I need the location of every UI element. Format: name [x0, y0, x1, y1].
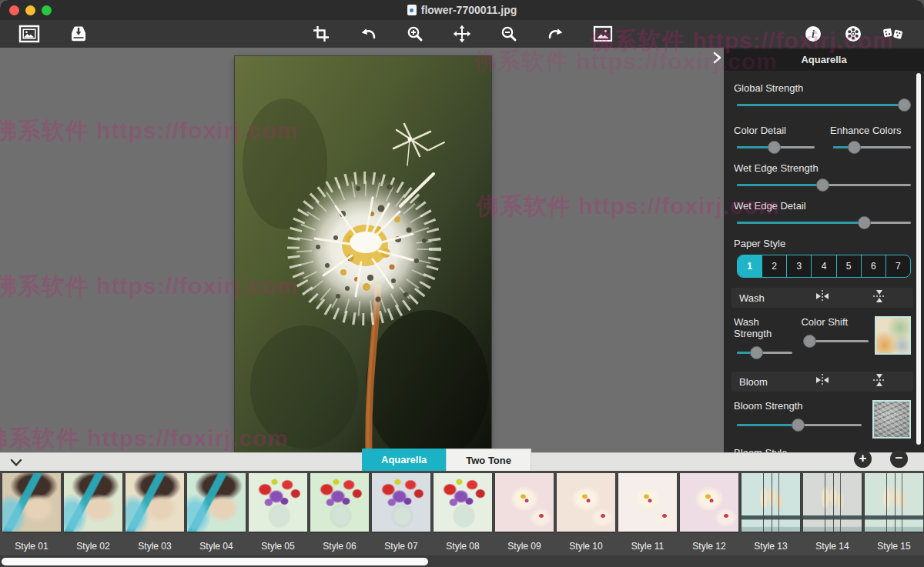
style-thumbnail-style-09[interactable]: Style 09 [495, 471, 554, 555]
slider-knob[interactable] [848, 141, 861, 154]
paper-style-option-6[interactable]: 6 [861, 255, 886, 277]
minimize-window-button[interactable] [25, 5, 35, 15]
original-preview-icon[interactable] [592, 23, 614, 45]
randomize-dice-icon[interactable] [882, 23, 904, 45]
zoom-window-button[interactable] [42, 5, 52, 15]
style-thumbnail-image[interactable] [187, 473, 246, 532]
slider-knob[interactable] [858, 216, 871, 229]
collapse-panel-button[interactable] [708, 49, 725, 66]
pan-move-icon[interactable] [451, 23, 473, 45]
style-thumbnail-style-02[interactable]: Style 02 [64, 471, 122, 555]
info-icon[interactable]: i [802, 23, 824, 45]
slider-knob[interactable] [768, 141, 781, 154]
panel-scrollbar[interactable] [916, 73, 921, 445]
bloom-section-header[interactable]: Bloom [732, 372, 913, 392]
zoom-out-icon[interactable] [498, 23, 520, 45]
undo-icon[interactable] [357, 23, 379, 45]
slider-knob[interactable] [816, 178, 829, 192]
paper-style-option-1[interactable]: 1 [738, 255, 762, 277]
paper-style-option-4[interactable]: 4 [811, 255, 835, 277]
close-window-button[interactable] [9, 5, 19, 15]
style-thumbnail-style-01[interactable]: Style 01 [2, 471, 61, 555]
style-thumbnail-image[interactable] [434, 473, 492, 532]
wash-texture-swatch[interactable] [875, 316, 911, 355]
wet-edge-detail-slider[interactable] [737, 216, 911, 229]
tab-aquarella[interactable]: Aquarella [362, 449, 446, 471]
style-thumbnail-image[interactable] [126, 473, 184, 532]
paper-style-option-5[interactable]: 5 [836, 255, 861, 277]
tab-two-tone[interactable]: Two Tone [446, 449, 531, 471]
style-thumbnail-style-15[interactable]: Style 15 [865, 471, 923, 555]
style-thumbnail-image[interactable] [495, 473, 554, 532]
paper-style-option-2[interactable]: 2 [762, 255, 786, 277]
wet-edge-strength-slider[interactable] [737, 178, 911, 192]
color-detail-slider[interactable] [737, 141, 815, 154]
style-thumbnail-style-03[interactable]: Style 03 [126, 471, 184, 555]
remove-style-button[interactable]: − [890, 450, 908, 468]
canvas-image[interactable] [235, 56, 491, 454]
slider-fill [737, 222, 864, 224]
add-style-button[interactable]: + [854, 450, 872, 468]
flip-horizontal-icon[interactable] [815, 374, 830, 389]
slider-fill [737, 424, 798, 426]
wet-edge-detail-label: Wet Edge Detail [734, 200, 911, 212]
color-shift-slider[interactable] [804, 335, 869, 348]
flip-vertical-icon[interactable] [873, 289, 886, 307]
wash-strength-slider[interactable] [737, 346, 792, 359]
wash-section-header[interactable]: Wash [732, 288, 913, 308]
zoom-in-icon[interactable] [404, 23, 426, 45]
bloom-section-label: Bloom [739, 376, 768, 388]
strip-scrollbar-track[interactable] [0, 555, 924, 567]
style-thumbnail-image[interactable] [310, 473, 369, 532]
slider-knob[interactable] [750, 346, 763, 359]
style-thumbnail-label: Style 10 [557, 541, 615, 552]
style-thumbnail-style-14[interactable]: Style 14 [803, 471, 862, 555]
slider-fill [737, 184, 822, 186]
style-thumbnail-style-04[interactable]: Style 04 [187, 471, 246, 555]
style-thumbnail-image[interactable] [64, 473, 122, 532]
image-gallery-icon[interactable] [18, 23, 40, 45]
flip-horizontal-icon[interactable] [815, 290, 830, 305]
style-thumbnail-style-10[interactable]: Style 10 [557, 471, 615, 555]
crop-icon[interactable] [310, 23, 332, 45]
style-thumbnail-style-08[interactable]: Style 08 [434, 471, 492, 555]
style-thumbnail-image[interactable] [618, 473, 677, 532]
style-thumbnail-image[interactable] [249, 473, 307, 532]
strip-scrollbar-thumb[interactable] [2, 558, 428, 565]
color-detail-label: Color Detail [734, 125, 815, 136]
style-thumbnail-image[interactable] [803, 473, 862, 532]
slider-knob[interactable] [898, 98, 911, 112]
style-thumbnail-style-13[interactable]: Style 13 [742, 471, 800, 555]
style-thumbnail-style-12[interactable]: Style 12 [680, 471, 738, 555]
wet-edge-detail-control: Wet Edge Detail [734, 200, 911, 229]
color-shift-label: Color Shift [801, 316, 869, 328]
save-export-icon[interactable] [68, 23, 89, 45]
style-thumbnail-image[interactable] [865, 473, 923, 532]
bloom-strength-slider[interactable] [737, 419, 862, 432]
paper-style-option-3[interactable]: 3 [786, 255, 811, 277]
redo-icon[interactable] [545, 23, 567, 45]
style-thumbnail-image[interactable] [680, 473, 738, 532]
window-title: flower-7700011.jpg [0, 0, 924, 20]
document-icon [407, 5, 417, 15]
bloom-texture-swatch[interactable] [872, 400, 911, 439]
style-thumbnail-style-05[interactable]: Style 05 [249, 471, 307, 555]
style-thumbnail-label: Style 01 [2, 541, 61, 552]
slider-knob[interactable] [803, 335, 816, 348]
style-thumbnail-image[interactable] [372, 473, 430, 532]
enhance-colors-slider[interactable] [833, 141, 911, 154]
flip-vertical-icon[interactable] [873, 372, 886, 391]
style-thumbnail-style-06[interactable]: Style 06 [310, 471, 369, 555]
slider-knob[interactable] [792, 419, 805, 432]
wash-section-label: Wash [739, 292, 765, 304]
style-thumbnail-image[interactable] [557, 473, 615, 532]
wet-edge-strength-control: Wet Edge Strength [734, 162, 911, 192]
settings-gear-icon[interactable] [842, 23, 864, 45]
paper-style-option-7[interactable]: 7 [886, 255, 910, 277]
style-thumbnail-image[interactable] [2, 473, 61, 532]
style-thumbnail-style-11[interactable]: Style 11 [618, 471, 677, 555]
style-thumbnail-image[interactable] [742, 473, 800, 532]
collapse-strip-button[interactable] [8, 455, 25, 469]
style-thumbnail-style-07[interactable]: Style 07 [372, 471, 430, 555]
global-strength-slider[interactable] [737, 98, 911, 112]
